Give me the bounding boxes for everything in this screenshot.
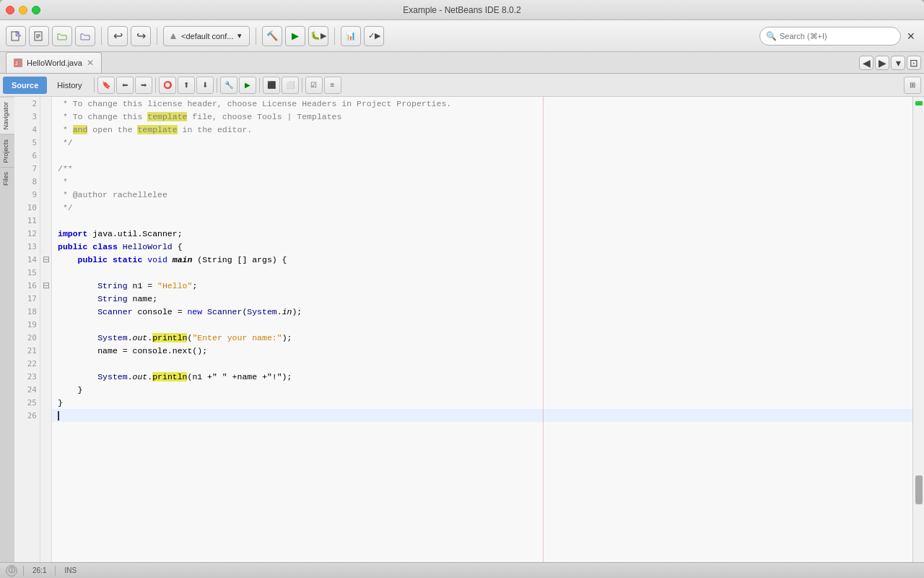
tab-list-icon[interactable]: ▾ xyxy=(891,56,905,70)
config-dropdown[interactable]: <default conf... ▾ xyxy=(163,26,250,46)
next-bookmark-btn[interactable]: ⬇ xyxy=(196,77,214,94)
stop-btn[interactable]: ⬛ xyxy=(263,77,280,94)
run-file-btn[interactable]: ▶ xyxy=(239,77,256,94)
code-line-8: * xyxy=(52,175,912,188)
code-line-21: name = console.next(); xyxy=(52,344,912,357)
code-line-22 xyxy=(52,357,912,370)
code-line-13: public class HelloWorld { xyxy=(52,240,912,253)
sep1 xyxy=(101,27,102,45)
sep4 xyxy=(334,27,335,45)
status-sep2 xyxy=(55,566,56,576)
fold-gutter: ⊟ ⊟ xyxy=(40,97,52,562)
tab-history[interactable]: History xyxy=(48,77,90,94)
test-btn[interactable]: ✓▶ xyxy=(364,26,384,46)
expand-editor-btn[interactable]: ⊞ xyxy=(904,77,921,94)
code-line-6 xyxy=(52,149,912,162)
fix-code-btn[interactable]: 🔧 xyxy=(220,77,237,94)
code-line-14: public static void main (String [] args)… xyxy=(52,253,912,266)
search-icon: 🔍 xyxy=(766,31,777,41)
open-file-btn[interactable] xyxy=(75,26,95,46)
tool-sep1 xyxy=(94,78,95,92)
maximize-button[interactable] xyxy=(32,6,40,14)
title-bar: Example - NetBeans IDE 8.0.2 xyxy=(0,0,924,20)
code-line-18: Scanner console = new Scanner(System.in)… xyxy=(52,305,912,318)
file-tab-close-icon[interactable]: ✕ xyxy=(87,58,94,68)
status-mode: INS xyxy=(61,566,79,574)
code-line-12: import java.util.Scanner; xyxy=(52,227,912,240)
app-window: Example - NetBeans IDE 8.0.2 ↩ ↪ <defaul… xyxy=(0,0,924,578)
code-line-16: String n1 = "Hello"; xyxy=(52,279,912,292)
search-close-icon[interactable]: ✕ xyxy=(904,29,918,43)
svg-marker-7 xyxy=(170,33,176,39)
code-line-7: /** xyxy=(52,162,912,175)
svg-text:J: J xyxy=(15,61,18,66)
code-line-26[interactable]: ​ xyxy=(52,409,912,422)
code-line-23: System.out.println(n1 +" " +name +"!"); xyxy=(52,370,912,383)
editor-toolbar: Source History 🔖 ⬅ ➡ ⭕ ⬆ ⬇ 🔧 ▶ ⬛ ⬜ ☑ ≡ ⊞ xyxy=(0,74,924,97)
status-position: 26:1 xyxy=(30,566,49,574)
search-box: 🔍 xyxy=(759,27,901,46)
code-line-5: */ xyxy=(52,136,912,149)
open-project-btn[interactable] xyxy=(52,26,72,46)
sidebar-item-projects[interactable]: Projects xyxy=(0,134,14,168)
code-line-2: * To change this license header, choose … xyxy=(52,97,912,110)
code-line-19 xyxy=(52,318,912,331)
status-bar: ⓘ 26:1 INS xyxy=(0,562,924,578)
undo-btn[interactable]: ↩ xyxy=(108,26,128,46)
prev-bookmark-btn[interactable]: ⬆ xyxy=(178,77,195,94)
main-area: Navigator Projects Files 2 3 4 5 6 7 8 9… xyxy=(0,97,924,562)
close-button[interactable] xyxy=(6,6,14,14)
config-dropdown-arrow: ▾ xyxy=(237,31,242,40)
code-line-17: String name; xyxy=(52,292,912,305)
maximize-editor-icon[interactable]: ⊡ xyxy=(907,56,921,70)
editor-empty-space xyxy=(52,422,912,494)
next-usage-btn[interactable]: ➡ xyxy=(135,77,152,94)
todo-btn[interactable]: ☑ xyxy=(305,77,323,94)
code-content: * To change this license header, choose … xyxy=(52,97,912,494)
new-project-btn[interactable] xyxy=(6,26,26,46)
right-panel xyxy=(912,97,924,562)
tool-sep3 xyxy=(217,78,217,92)
line-numbers: 2 3 4 5 6 7 8 9 10 11 12 13 14 15 16 17 … xyxy=(14,97,40,562)
scroll-left-icon[interactable]: ◀ xyxy=(859,56,873,70)
code-line-15 xyxy=(52,266,912,279)
run-btn[interactable]: ▶ xyxy=(285,26,305,46)
file-tab-helloworld[interactable]: J HelloWorld.java ✕ xyxy=(6,52,102,73)
side-tabs: Navigator Projects Files xyxy=(0,97,14,562)
code-editor: 2 3 4 5 6 7 8 9 10 11 12 13 14 15 16 17 … xyxy=(14,97,924,562)
redo-btn[interactable]: ↪ xyxy=(131,26,151,46)
sep3 xyxy=(256,27,256,45)
code-line-20: System.out.println("Enter your name:"); xyxy=(52,331,912,344)
code-line-3: * To change this template file, choose T… xyxy=(52,110,912,123)
prev-usage-btn[interactable]: ⬅ xyxy=(116,77,134,94)
tool-sep2 xyxy=(155,78,156,92)
status-sep1 xyxy=(23,566,24,576)
pause-btn[interactable]: ⬜ xyxy=(282,77,299,94)
sidebar-item-files[interactable]: Files xyxy=(0,167,14,190)
search-input[interactable] xyxy=(780,32,881,40)
diff-btn[interactable]: ≡ xyxy=(324,77,341,94)
main-toolbar: ↩ ↪ <default conf... ▾ 🔨 ▶ 🐛▶ 📊 ✓▶ 🔍 ✕ xyxy=(0,20,924,52)
config-dropdown-label: <default conf... xyxy=(181,32,233,40)
tab-source[interactable]: Source xyxy=(3,77,47,94)
toggle-breakpoint-btn[interactable]: ⭕ xyxy=(159,77,176,94)
window-title: Example - NetBeans IDE 8.0.2 xyxy=(403,5,520,15)
code-line-10: */ xyxy=(52,201,912,214)
tool-sep4 xyxy=(259,78,260,92)
debug-btn[interactable]: 🐛▶ xyxy=(308,26,328,46)
scroll-right-icon[interactable]: ▶ xyxy=(875,56,889,70)
code-line-11 xyxy=(52,214,912,227)
scrollbar-thumb[interactable] xyxy=(915,475,923,504)
build-btn[interactable]: 🔨 xyxy=(262,26,282,46)
code-line-9: * @author rachellelee xyxy=(52,188,912,201)
tool-sep5 xyxy=(302,78,302,92)
profile-btn[interactable]: 📊 xyxy=(341,26,361,46)
toggle-bookmarks-btn[interactable]: 🔖 xyxy=(97,77,115,94)
sidebar-item-navigator[interactable]: Navigator xyxy=(0,97,14,134)
sep2 xyxy=(157,27,157,45)
tab-bar: J HelloWorld.java ✕ ◀ ▶ ▾ ⊡ xyxy=(0,52,924,74)
code-area[interactable]: * To change this license header, choose … xyxy=(52,97,912,562)
new-file-btn[interactable] xyxy=(29,26,49,46)
status-info-icon: ⓘ xyxy=(6,565,17,577)
minimize-button[interactable] xyxy=(19,6,27,14)
